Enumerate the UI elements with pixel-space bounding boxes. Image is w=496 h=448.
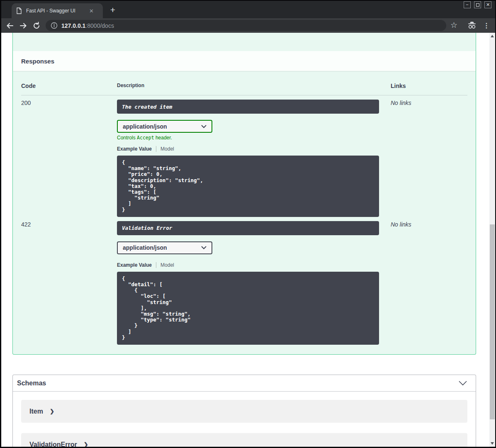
- reload-button[interactable]: [32, 22, 41, 30]
- response-row-422: 422 Validation Error application/json Ex…: [21, 217, 467, 345]
- schemas-title: Schemas: [17, 380, 46, 387]
- accept-header-note: Controls Accept header.: [117, 135, 391, 141]
- schemas-collapse-chevron-icon[interactable]: [458, 380, 467, 386]
- tab-close-icon[interactable]: ✕: [89, 8, 94, 14]
- example-json-block: { "name": "string", "price": 0, "descrip…: [117, 156, 379, 217]
- model-item[interactable]: Item ❯: [21, 400, 467, 423]
- page-scrollbar[interactable]: [489, 33, 495, 448]
- response-code: 200: [21, 100, 117, 217]
- note-suffix: header.: [154, 135, 172, 141]
- bookmark-star-icon[interactable]: ☆: [450, 20, 457, 30]
- schemas-section: Schemas Item ❯ ValidationError ❯: [12, 375, 476, 448]
- media-type-value: application/json: [123, 123, 167, 130]
- responses-table: Code Description Links 200 The created i…: [13, 71, 476, 345]
- url-text: 127.0.0.1:8000/docs: [61, 22, 114, 29]
- window-close-button[interactable]: ✕: [484, 1, 491, 8]
- response-code: 422: [21, 221, 117, 345]
- response-description: The created item: [117, 100, 379, 114]
- scrollbar-thumb[interactable]: [490, 224, 495, 419]
- column-header-links: Links: [391, 83, 467, 89]
- example-model-tabs: Example Value Model: [117, 146, 391, 152]
- tab-divider: [156, 262, 156, 268]
- column-header-description: Description: [117, 83, 391, 89]
- browser-menu-icon[interactable]: ⋮: [483, 18, 489, 33]
- tab-title: Fast API - Swagger UI: [26, 8, 88, 14]
- url-host: 127.0.0.1: [61, 22, 85, 29]
- new-tab-button[interactable]: +: [107, 4, 119, 16]
- browser-titlebar: Fast API - Swagger UI ✕ + − ✕: [0, 0, 496, 18]
- example-model-tabs: Example Value Model: [117, 262, 391, 268]
- site-info-icon[interactable]: [51, 22, 58, 29]
- tab-model[interactable]: Model: [160, 262, 174, 268]
- url-bar[interactable]: 127.0.0.1:8000/docs: [46, 20, 446, 31]
- browser-window: Fast API - Swagger UI ✕ + − ✕: [0, 0, 496, 448]
- model-name: Item: [29, 408, 43, 415]
- schemas-models: Item ❯ ValidationError ❯: [13, 392, 476, 448]
- media-type-value: application/json: [123, 244, 167, 251]
- chevron-down-icon: [201, 125, 207, 128]
- url-path: :8000/docs: [85, 22, 114, 29]
- chevron-right-icon: ❯: [84, 441, 88, 448]
- operation-block: Responses Code Description Links 200 The…: [12, 33, 476, 355]
- example-json-block: { "detail": [ { "loc": [ "string" ], "ms…: [117, 272, 379, 345]
- response-links: No links: [391, 221, 467, 345]
- tab-divider: [156, 146, 156, 152]
- swagger-page: Responses Code Description Links 200 The…: [0, 33, 496, 448]
- response-description: Validation Error: [117, 221, 379, 235]
- response-links: No links: [391, 100, 467, 217]
- schemas-header[interactable]: Schemas: [13, 375, 476, 392]
- chevron-down-icon: [201, 246, 207, 249]
- media-type-select[interactable]: application/json: [117, 120, 212, 133]
- browser-toolbar: 127.0.0.1:8000/docs ☆ ⋮: [0, 18, 496, 33]
- responses-title: Responses: [21, 58, 54, 65]
- operation-block-spacer: [13, 33, 476, 51]
- note-code: Accept: [137, 135, 154, 141]
- chevron-right-icon: ❯: [50, 408, 54, 414]
- model-name: ValidationError: [29, 441, 77, 448]
- tab-example-value[interactable]: Example Value: [117, 146, 152, 152]
- incognito-icon: [467, 18, 477, 33]
- note-prefix: Controls: [117, 135, 137, 141]
- media-type-select[interactable]: application/json: [117, 241, 212, 254]
- responses-table-header: Code Description Links: [21, 83, 467, 95]
- maximize-icon: [476, 3, 479, 7]
- forward-button[interactable]: [19, 22, 27, 30]
- minimize-button[interactable]: −: [464, 1, 471, 8]
- response-row-200: 200 The created item application/json Co…: [21, 95, 467, 217]
- tab-model[interactable]: Model: [160, 146, 174, 152]
- scrollbar-down-arrow[interactable]: [491, 442, 494, 445]
- browser-tab[interactable]: Fast API - Swagger UI ✕: [12, 3, 103, 18]
- responses-section-header: Responses: [13, 51, 476, 71]
- column-header-code: Code: [21, 83, 117, 89]
- maximize-button[interactable]: [474, 1, 481, 8]
- tab-example-value[interactable]: Example Value: [117, 262, 152, 268]
- page-icon: [16, 7, 22, 14]
- model-validation-error[interactable]: ValidationError ❯: [21, 433, 467, 448]
- back-button[interactable]: [6, 22, 14, 30]
- scrollbar-up-arrow[interactable]: [491, 35, 494, 37]
